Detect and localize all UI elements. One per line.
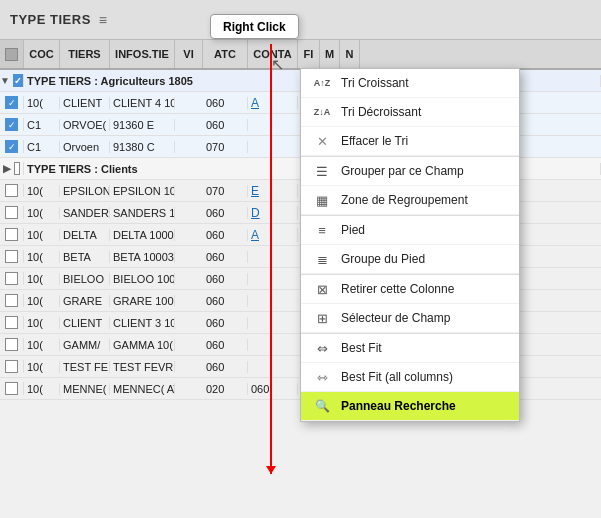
c1-cb[interactable] [5, 184, 18, 197]
col-header-atc[interactable]: ATC [203, 40, 248, 68]
row1-conta-link[interactable]: A [251, 96, 259, 110]
row2-coc: C1 [24, 119, 60, 131]
grid-header-row: COC TIERS INFOS.TIE VI ATC CONTA FI M N [0, 40, 601, 70]
row3-atc: 070 [203, 141, 248, 153]
row3-infostie: 91380 C [110, 141, 175, 153]
header-checkbox[interactable] [5, 48, 18, 61]
c5-cb[interactable] [5, 272, 18, 285]
row1-tiers: CLIENT [60, 97, 110, 109]
group1-expand-cell[interactable]: ▼ [0, 74, 24, 87]
row1-infostie: CLIENT 4 10 1000 Bi [110, 97, 175, 109]
menu-item-pied[interactable]: Pied [301, 215, 519, 245]
retirer-icon [311, 280, 333, 298]
menu-label-tri-croissant: Tri Croissant [341, 76, 409, 90]
erase-icon [311, 132, 333, 150]
bestfit-all-icon [311, 368, 333, 386]
col-header-m[interactable]: M [320, 40, 340, 68]
menu-item-zone-regroupement[interactable]: Zone de Regroupement [301, 186, 519, 215]
col-header-infostie[interactable]: INFOS.TIE [110, 40, 175, 68]
groupe-pied-icon [311, 250, 333, 268]
menu-label-groupe-pied: Groupe du Pied [341, 252, 425, 266]
row3-checkbox[interactable] [5, 140, 18, 153]
row2-check[interactable] [0, 118, 24, 131]
c6-cb[interactable] [5, 294, 18, 307]
col-header-n[interactable]: N [340, 40, 360, 68]
zone-icon [311, 191, 333, 209]
menu-label-zone-regroupement: Zone de Regroupement [341, 193, 468, 207]
row1-coc: 10( [24, 97, 60, 109]
col-header-fi[interactable]: FI [298, 40, 320, 68]
cursor-icon: ↖ [271, 55, 284, 74]
c10-cb[interactable] [5, 382, 18, 395]
bestfit-icon [311, 339, 333, 357]
c2-cb[interactable] [5, 206, 18, 219]
menu-item-groupe-pied[interactable]: Groupe du Pied [301, 245, 519, 274]
menu-label-tri-decroissant: Tri Décroissant [341, 105, 421, 119]
col-header-tiers[interactable]: TIERS [60, 40, 110, 68]
c8-cb[interactable] [5, 338, 18, 351]
menu-label-bestfit: Best Fit [341, 341, 382, 355]
row1-conta: A [248, 96, 298, 110]
col-header-vi[interactable]: VI [175, 40, 203, 68]
row3-coc: C1 [24, 141, 60, 153]
group-icon [311, 162, 333, 180]
c7-cb[interactable] [5, 316, 18, 329]
header-icon: ≡ [99, 12, 107, 28]
menu-label-panneau-recherche: Panneau Recherche [341, 399, 456, 413]
c9-cb[interactable] [5, 360, 18, 373]
menu-label-retirer: Retirer cette Colonne [341, 282, 454, 296]
pied-icon [311, 221, 333, 239]
c4-cb[interactable] [5, 250, 18, 263]
menu-item-panneau-recherche[interactable]: Panneau Recherche [301, 392, 519, 421]
header-title: TYPE TIERS [10, 12, 91, 27]
group1-checkbox[interactable] [13, 74, 23, 87]
menu-item-tri-croissant[interactable]: Tri Croissant [301, 69, 519, 98]
group2-expand-cell[interactable]: ▶ [0, 162, 24, 175]
row2-checkbox[interactable] [5, 118, 18, 131]
row3-tiers: Orvoen [60, 141, 110, 153]
panneau-icon [311, 397, 333, 415]
row2-atc: 060 [203, 119, 248, 131]
menu-item-effacer-tri[interactable]: Effacer le Tri [301, 127, 519, 156]
menu-item-grouper[interactable]: Grouper par ce Champ [301, 156, 519, 186]
menu-label-grouper: Grouper par ce Champ [341, 164, 464, 178]
row1-atc: 060 [203, 97, 248, 109]
selecteur-icon [311, 309, 333, 327]
right-click-tooltip: Right Click [210, 14, 299, 39]
menu-item-tri-decroissant[interactable]: Tri Décroissant [301, 98, 519, 127]
context-menu: Tri Croissant Tri Décroissant Effacer le… [300, 68, 520, 422]
c1-conta-link[interactable]: E [251, 184, 259, 198]
row1-check[interactable] [0, 96, 24, 109]
menu-item-bestfit-all[interactable]: Best Fit (all columns) [301, 363, 519, 392]
menu-label-bestfit-all: Best Fit (all columns) [341, 370, 453, 384]
c3-conta-link[interactable]: A [251, 228, 259, 242]
menu-item-retirer[interactable]: Retirer cette Colonne [301, 274, 519, 304]
col-header-check [0, 40, 24, 68]
menu-label-selecteur: Sélecteur de Champ [341, 311, 450, 325]
expand-icon[interactable]: ▼ [0, 75, 10, 86]
col-header-coc[interactable]: COC [24, 40, 60, 68]
menu-label-pied: Pied [341, 223, 365, 237]
c3-cb[interactable] [5, 228, 18, 241]
c2-conta-link[interactable]: D [251, 206, 260, 220]
menu-item-bestfit[interactable]: Best Fit [301, 333, 519, 363]
row2-infostie: 91360 E [110, 119, 175, 131]
menu-label-effacer-tri: Effacer le Tri [341, 134, 408, 148]
sort-asc-icon [311, 74, 333, 92]
row1-checkbox[interactable] [5, 96, 18, 109]
expand-icon2[interactable]: ▶ [3, 163, 11, 174]
arrow-indicator [270, 44, 272, 474]
group2-checkbox[interactable] [14, 162, 20, 175]
row2-tiers: ORVOE( [60, 119, 110, 131]
menu-item-selecteur[interactable]: Sélecteur de Champ [301, 304, 519, 333]
sort-desc-icon [311, 103, 333, 121]
row3-check[interactable] [0, 140, 24, 153]
header-bar: TYPE TIERS ≡ [0, 0, 601, 40]
